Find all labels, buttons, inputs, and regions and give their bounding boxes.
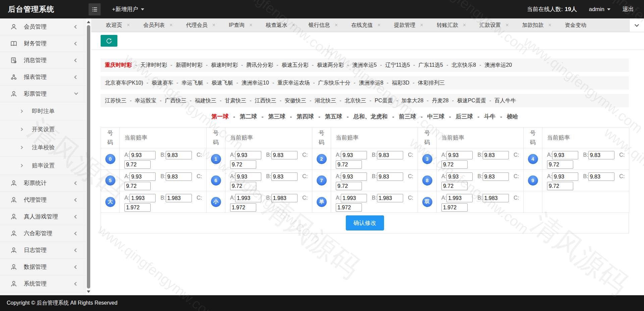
odds-input-a[interactable] xyxy=(446,172,473,181)
game-link[interactable]: 天津时时彩 xyxy=(140,62,167,68)
game-link[interactable]: PC蛋蛋 xyxy=(375,98,393,103)
game-link[interactable]: 北京赛车(PK10) xyxy=(105,80,143,86)
sidebar-subitem[interactable]: 赔率设置 xyxy=(0,157,86,175)
odds-input-a[interactable] xyxy=(446,194,473,202)
close-icon[interactable] xyxy=(127,22,130,28)
game-link[interactable]: 江西快三 xyxy=(255,98,276,103)
position-tab[interactable]: 梭哈 xyxy=(507,113,518,120)
game-link[interactable]: 福彩3D xyxy=(392,80,409,86)
game-link[interactable]: 重庆幸运农场 xyxy=(277,80,310,86)
game-link[interactable]: 加拿大28 xyxy=(401,98,424,103)
game-link[interactable]: 极速五分彩 xyxy=(282,62,309,68)
game-link[interactable]: 腾讯分分彩 xyxy=(246,62,273,68)
sidebar-subitem[interactable]: 开奖设置 xyxy=(0,120,86,139)
sidebar-item[interactable]: 彩票管理 xyxy=(0,86,86,102)
sidebar-item[interactable]: 财务管理 xyxy=(0,35,86,52)
game-link[interactable]: 极速赛车 xyxy=(152,80,173,86)
game-link[interactable]: 澳洲幸运20 xyxy=(484,62,512,68)
odds-input-b[interactable] xyxy=(166,151,192,159)
close-icon[interactable] xyxy=(377,22,380,28)
close-icon[interactable] xyxy=(292,22,295,28)
game-link[interactable]: 辽宁11选5 xyxy=(385,62,410,68)
scroll-up-arrow[interactable] xyxy=(87,21,90,23)
game-link[interactable]: 广西快三 xyxy=(165,98,186,103)
odds-input-b[interactable] xyxy=(166,194,192,202)
game-link[interactable]: 澳洲幸运8 xyxy=(359,80,383,86)
game-link[interactable]: 湖北快三 xyxy=(315,98,336,103)
position-tab[interactable]: 第一球 xyxy=(211,113,228,120)
odds-input-c[interactable] xyxy=(336,182,362,190)
odds-input-b[interactable] xyxy=(271,194,298,202)
game-link[interactable]: 北京快乐8 xyxy=(451,62,476,68)
position-tab[interactable]: 第三球 xyxy=(268,113,285,120)
sidebar-item[interactable]: 彩票统计 xyxy=(0,175,86,192)
odds-input-b[interactable] xyxy=(377,151,403,159)
tab-overflow-button[interactable] xyxy=(629,18,644,32)
sidebar-item[interactable]: 报表管理 xyxy=(0,69,86,86)
confirm-button[interactable]: 确认修改 xyxy=(346,215,384,230)
user-menu-dropdown[interactable]: admin xyxy=(589,6,610,13)
refresh-button[interactable] xyxy=(101,35,117,47)
odds-input-b[interactable] xyxy=(483,172,509,181)
odds-input-b[interactable] xyxy=(271,172,298,181)
odds-input-c[interactable] xyxy=(124,203,151,212)
tab[interactable]: 银行信息 xyxy=(302,18,344,32)
game-link[interactable]: 极速PC蛋蛋 xyxy=(457,98,486,103)
odds-input-c[interactable] xyxy=(441,182,468,190)
game-link[interactable]: 丹麦28 xyxy=(432,98,449,103)
odds-input-b[interactable] xyxy=(377,194,403,202)
scrollbar-thumb[interactable] xyxy=(87,25,90,289)
odds-input-a[interactable] xyxy=(552,151,578,159)
game-link[interactable]: 江苏快三 xyxy=(105,98,126,103)
odds-input-c[interactable] xyxy=(124,182,151,190)
scroll-down-arrow[interactable] xyxy=(87,291,90,293)
close-icon[interactable] xyxy=(335,22,338,28)
odds-input-a[interactable] xyxy=(129,172,156,181)
odds-input-c[interactable] xyxy=(547,160,573,169)
close-icon[interactable] xyxy=(463,22,466,28)
sidebar-item[interactable]: 日志管理 xyxy=(0,242,86,259)
odds-input-a[interactable] xyxy=(235,151,261,159)
sidebar-scrollbar[interactable] xyxy=(86,18,91,295)
close-icon[interactable] xyxy=(505,22,508,28)
sidebar-subitem[interactable]: 注单校验 xyxy=(0,139,86,157)
odds-input-c[interactable] xyxy=(336,203,362,212)
sidebar-item[interactable]: 会员管理 xyxy=(0,18,86,35)
sidebar-item[interactable]: 代理管理 xyxy=(0,192,86,208)
odds-input-b[interactable] xyxy=(588,151,614,159)
odds-input-a[interactable] xyxy=(235,194,261,202)
tab[interactable]: IP查询 xyxy=(222,18,259,32)
close-icon[interactable] xyxy=(420,22,423,28)
game-link[interactable]: 澳洲幸运10 xyxy=(241,80,269,86)
position-tab[interactable]: 总和、龙虎和 xyxy=(354,113,388,120)
odds-input-a[interactable] xyxy=(129,151,156,159)
tab[interactable]: 会员列表 xyxy=(137,18,179,32)
odds-input-b[interactable] xyxy=(483,151,509,159)
odds-input-a[interactable] xyxy=(129,194,156,202)
game-link[interactable]: 极速时时彩 xyxy=(211,62,238,68)
close-icon[interactable] xyxy=(212,22,215,28)
odds-input-b[interactable] xyxy=(271,151,298,159)
close-icon[interactable] xyxy=(249,22,252,28)
tab[interactable]: 在线充值 xyxy=(344,18,387,32)
tab[interactable]: 资金变动 xyxy=(558,18,593,32)
tab[interactable]: 提款管理 xyxy=(387,18,430,32)
tab[interactable]: 欢迎页 xyxy=(99,18,137,32)
odds-input-b[interactable] xyxy=(166,172,192,181)
odds-input-a[interactable] xyxy=(235,172,261,181)
close-icon[interactable] xyxy=(169,22,172,28)
position-tab[interactable]: 斗牛 xyxy=(484,113,495,120)
game-link[interactable]: 甘肃快三 xyxy=(225,98,246,103)
sidebar-item[interactable]: 系统管理 xyxy=(0,275,86,292)
odds-input-a[interactable] xyxy=(341,194,367,202)
odds-input-a[interactable] xyxy=(341,172,367,181)
tab[interactable]: 转账汇款 xyxy=(430,18,473,32)
add-user-dropdown[interactable]: +新增用户 xyxy=(112,5,144,13)
game-link[interactable]: 百人牛牛 xyxy=(494,98,516,103)
position-tab[interactable]: 第四球 xyxy=(297,113,314,120)
game-link[interactable]: 福建快三 xyxy=(195,98,216,103)
tab[interactable]: 汇款设置 xyxy=(473,18,515,32)
sidebar-item[interactable]: 真人游戏管理 xyxy=(0,208,86,225)
odds-input-a[interactable] xyxy=(341,151,367,159)
odds-input-c[interactable] xyxy=(441,160,468,169)
